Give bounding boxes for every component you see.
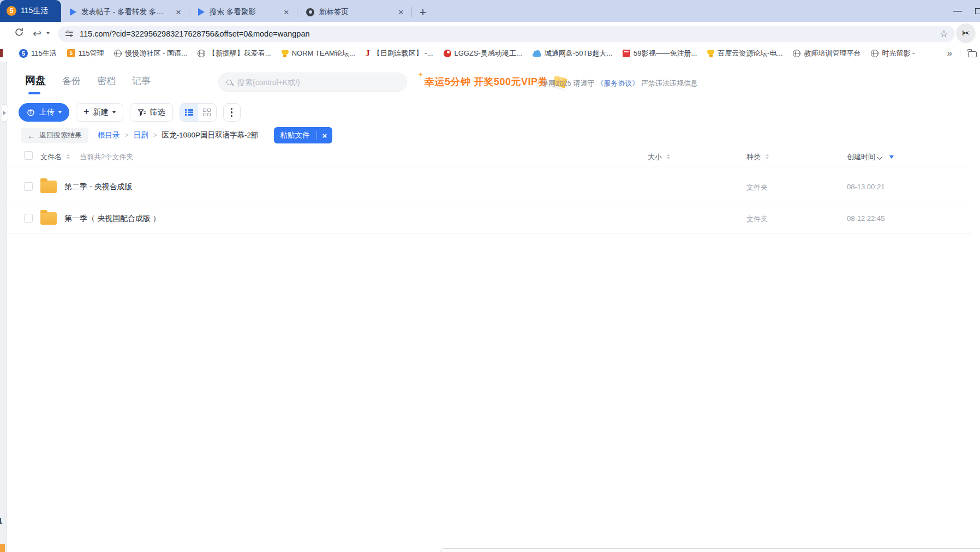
minimize-button[interactable]: — xyxy=(953,6,962,16)
column-size[interactable]: 大小 xyxy=(648,152,662,162)
bookmark-label: 59影视——免注册... xyxy=(634,49,697,58)
newtab-favicon xyxy=(306,8,314,16)
view-toggle xyxy=(180,103,217,122)
filter-button[interactable]: 筛选 xyxy=(130,103,173,122)
breadcrumb-separator: > xyxy=(125,131,129,139)
bookmark-shiguangliuying[interactable]: 时光留影 - xyxy=(871,49,915,58)
clip-extension-button[interactable]: ✂ xyxy=(956,23,976,43)
back-arrow-icon: ← xyxy=(27,131,35,140)
sort-icon[interactable] xyxy=(67,154,70,159)
bookmark-baiduyun-forum[interactable]: 百度云资源论坛-电... xyxy=(707,49,782,58)
table-row[interactable]: 第二季 - 央视合成版 文件夹 08-13 00:21 xyxy=(0,171,972,202)
sort-icon[interactable] xyxy=(667,154,670,159)
globe-icon xyxy=(871,50,879,57)
omnibox[interactable]: 115.com/?cid=3229562983217628756&offset=… xyxy=(58,26,955,42)
row-created: 08-12 22:45 xyxy=(847,214,885,223)
tab-title: 发表帖子 - 多看转发 多看聚影 xyxy=(81,7,169,17)
bookmark-chengtong[interactable]: 城通网盘-50TB超大... xyxy=(533,49,612,58)
close-icon[interactable]: × xyxy=(282,8,291,17)
bookmark-lggzs[interactable]: LGGZS-灵感动漫工... xyxy=(444,49,522,58)
bookmarks-overflow-icon[interactable]: » xyxy=(947,48,952,59)
bookmark-jdrama[interactable]: J 【日剧连载区】 -... xyxy=(366,49,433,58)
swirl-icon xyxy=(444,50,451,57)
circle-5-icon: 5 xyxy=(19,49,28,58)
115-favicon: 5 xyxy=(7,6,16,16)
tab-new-tab-page[interactable]: 新标签页 × xyxy=(297,2,411,22)
service-agreement-link[interactable]: 《服务协议》 xyxy=(596,79,639,87)
folder-name[interactable]: 第二季 - 央视合成版 xyxy=(64,182,132,192)
page-indicator: 1 xyxy=(0,516,2,525)
breadcrumb-root[interactable]: 根目录 xyxy=(98,130,120,140)
bookmark-label: 【新提醒】我爱看... xyxy=(208,49,271,58)
folder-icon xyxy=(40,212,57,225)
upload-button[interactable]: 上传 xyxy=(19,103,69,122)
more-actions-button[interactable] xyxy=(223,103,241,122)
column-name[interactable]: 文件名 xyxy=(40,152,62,162)
column-created[interactable]: 创建时间 xyxy=(847,152,875,162)
new-button[interactable]: + 新建 xyxy=(76,103,123,122)
row-checkbox[interactable] xyxy=(24,182,33,191)
compliance-notice: 净网2025 请遵守 《服务协议》 严禁违法违规信息 xyxy=(541,79,698,88)
trophy-icon xyxy=(707,50,714,55)
bookmark-manmanyou[interactable]: 慢慢游社区 - 国语... xyxy=(114,49,187,58)
row-checkbox[interactable] xyxy=(24,214,33,223)
breadcrumb-parent[interactable]: 日剧 xyxy=(134,130,148,140)
back-to-search-button[interactable]: ← 返回搜索结果 xyxy=(21,128,88,143)
chevron-down-icon[interactable] xyxy=(877,154,882,160)
cancel-paste-icon[interactable]: × xyxy=(317,131,333,140)
nav-vault[interactable]: 密档 xyxy=(97,75,116,93)
search-box[interactable] xyxy=(218,73,407,92)
notice-prefix: 净网2025 请遵守 xyxy=(541,79,595,87)
nav-drive[interactable]: 网盘 xyxy=(25,74,46,93)
bookmark-teacher-training[interactable]: 教师培训管理平台 xyxy=(793,49,861,58)
bookmark-norm-team[interactable]: NORM TEAM论坛... xyxy=(282,49,355,58)
nav-backup[interactable]: 备份 xyxy=(62,75,81,93)
nav-notes[interactable]: 记事 xyxy=(132,75,151,93)
tab-title: 115生活 xyxy=(21,6,48,16)
site-info-icon[interactable] xyxy=(65,31,73,37)
duokan-favicon xyxy=(198,8,205,16)
paste-files-button[interactable]: 粘贴文件 × xyxy=(274,127,333,143)
corner-artifact xyxy=(0,544,5,552)
bookmark-59yingshi[interactable]: 59影视——免注册... xyxy=(623,49,697,58)
bookmark-115-admin[interactable]: 5 115管理 xyxy=(67,49,104,58)
folder-count: 当前共2个文件夹 xyxy=(80,152,133,162)
bookmark-woaikan[interactable]: 【新提醒】我爱看... xyxy=(198,49,271,58)
back-icon[interactable]: ↩ xyxy=(33,27,41,40)
bookmark-star-icon[interactable]: ☆ xyxy=(940,28,948,40)
tab-search-duokan[interactable]: 搜索 多看聚影 × xyxy=(189,2,297,22)
table-row[interactable]: 第一季（ 央视国配合成版 ） 文件夹 08-12 22:45 xyxy=(0,202,972,234)
column-kind[interactable]: 种类 xyxy=(746,152,761,162)
folder-icon xyxy=(40,181,57,193)
maximize-button[interactable] xyxy=(975,8,980,14)
reload-icon[interactable] xyxy=(14,27,24,39)
trophy-icon xyxy=(282,50,289,55)
sort-icon[interactable] xyxy=(766,154,769,159)
tab-115-life[interactable]: 5 115生活 xyxy=(0,0,61,22)
folder-name[interactable]: 第一季（ 央视国配合成版 ） xyxy=(64,214,160,224)
divider xyxy=(960,49,960,58)
bookmark-label: 115管理 xyxy=(79,49,104,58)
search-icon xyxy=(226,80,232,85)
select-all-checkbox[interactable] xyxy=(24,151,33,160)
close-icon[interactable]: × xyxy=(396,8,406,17)
upload-cloud-icon xyxy=(26,108,35,117)
new-tab-button[interactable]: + xyxy=(420,7,427,19)
sidebar-expander[interactable] xyxy=(2,104,8,122)
bookmark-label: 教师培训管理平台 xyxy=(804,49,861,58)
chevron-down-icon xyxy=(112,111,116,113)
forward-icon[interactable]: › xyxy=(0,27,1,40)
all-bookmarks-folder-icon[interactable] xyxy=(968,51,977,57)
url-text[interactable]: 115.com/?cid=3229562983217628756&offset=… xyxy=(80,29,933,38)
sort-desc-icon[interactable] xyxy=(889,155,894,159)
history-caret-icon[interactable] xyxy=(46,32,50,34)
tab-post-duokan[interactable]: 发表帖子 - 多看转发 多看聚影 × xyxy=(61,2,189,22)
search-input[interactable] xyxy=(237,78,399,87)
collapsed-sidebar-strip xyxy=(0,62,7,552)
row-kind: 文件夹 xyxy=(746,183,768,193)
list-view-button[interactable] xyxy=(180,104,198,121)
grid-view-button[interactable] xyxy=(198,104,216,121)
close-icon[interactable]: × xyxy=(174,8,183,17)
bookmark-115-life[interactable]: 5 115生活 xyxy=(19,49,57,58)
bookmark-label: 【日剧连载区】 -... xyxy=(373,49,433,58)
